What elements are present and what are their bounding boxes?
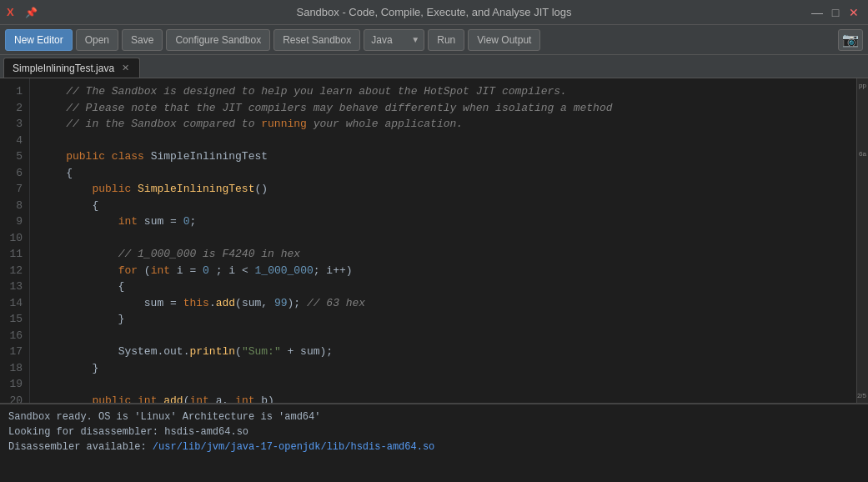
- run-button[interactable]: Run: [428, 29, 464, 51]
- title-bar-right: — □ ✕: [810, 5, 861, 20]
- console-line-1: Sandbox ready. OS is 'Linux' Architectur…: [8, 411, 320, 423]
- line-numbers: 1 2 3 4 5 6 7 8 9 10 11 12 13 14 15 16 1…: [0, 78, 30, 403]
- line-num-19: 19: [7, 376, 23, 393]
- pin-icon: 📌: [25, 7, 38, 18]
- close-button[interactable]: ✕: [846, 5, 861, 20]
- language-select[interactable]: Java Kotlin Scala Groovy: [364, 29, 424, 51]
- gutter-scroll-label: 2/5: [857, 392, 866, 399]
- console-line-2: Looking for disassembler: hsdis-amd64.so: [8, 426, 248, 438]
- app-icon: X: [7, 6, 20, 19]
- line-num-3: 3: [7, 116, 23, 133]
- camera-button[interactable]: 📷: [838, 29, 863, 51]
- new-editor-button[interactable]: New Editor: [5, 29, 73, 51]
- gutter-pp-label: pp: [859, 82, 866, 89]
- line-num-2: 2: [7, 100, 23, 117]
- line-num-20: 20: [7, 393, 23, 404]
- tab-label: SimpleInliningTest.java: [13, 63, 114, 74]
- line-num-7: 7: [7, 181, 23, 198]
- maximize-button[interactable]: □: [828, 5, 843, 20]
- line-num-18: 18: [7, 360, 23, 377]
- line-num-6: 6: [7, 165, 23, 182]
- line-num-10: 10: [7, 230, 23, 247]
- line-num-4: 4: [7, 133, 23, 149]
- line-num-16: 16: [7, 328, 23, 344]
- title-bar: X 📌 Sandbox - Code, Compile, Execute, an…: [0, 0, 868, 25]
- line-num-5: 5: [7, 148, 23, 165]
- gutter-6a-label: 6a: [859, 150, 866, 158]
- line-num-17: 17: [7, 344, 23, 360]
- view-output-button[interactable]: View Output: [468, 29, 540, 51]
- main-area: 1 2 3 4 5 6 7 8 9 10 11 12 13 14 15 16 1…: [0, 78, 868, 403]
- console-line-3: Disassembler available: /usr/lib/jvm/jav…: [8, 441, 434, 453]
- right-gutter: pp 6a 2/5: [856, 78, 868, 403]
- configure-sandbox-button[interactable]: Configure Sandbox: [166, 29, 270, 51]
- line-num-1: 1: [7, 83, 23, 100]
- title-text: Sandbox - Code, Compile, Execute, and An…: [0, 6, 868, 18]
- camera-icon: 📷: [842, 32, 859, 48]
- open-button[interactable]: Open: [76, 29, 118, 51]
- code-content: // The Sandbox is designed to help you l…: [40, 83, 856, 403]
- tab-close-icon[interactable]: ✕: [119, 63, 131, 74]
- line-num-8: 8: [7, 198, 23, 214]
- code-area[interactable]: // The Sandbox is designed to help you l…: [30, 78, 856, 403]
- console-content: Sandbox ready. OS is 'Linux' Architectur…: [8, 409, 860, 454]
- title-bar-left: X 📌: [7, 6, 38, 19]
- minimize-button[interactable]: —: [810, 5, 825, 20]
- toolbar: New Editor Open Save Configure Sandbox R…: [0, 25, 868, 55]
- tab-bar: SimpleInliningTest.java ✕: [0, 55, 868, 78]
- line-num-15: 15: [7, 311, 23, 328]
- disassembler-path-link[interactable]: /usr/lib/jvm/java-17-openjdk/lib/hsdis-a…: [153, 441, 434, 453]
- line-num-9: 9: [7, 213, 23, 230]
- line-num-14: 14: [7, 295, 23, 312]
- reset-sandbox-button[interactable]: Reset Sandbox: [273, 29, 360, 51]
- console-area: Sandbox ready. OS is 'Linux' Architectur…: [0, 403, 868, 482]
- line-num-11: 11: [7, 246, 23, 263]
- line-num-12: 12: [7, 263, 23, 279]
- tab-simple-inlining-test[interactable]: SimpleInliningTest.java ✕: [3, 58, 140, 78]
- save-button[interactable]: Save: [122, 29, 163, 51]
- language-select-wrapper: Java Kotlin Scala Groovy ▼: [364, 29, 424, 51]
- line-num-13: 13: [7, 279, 23, 295]
